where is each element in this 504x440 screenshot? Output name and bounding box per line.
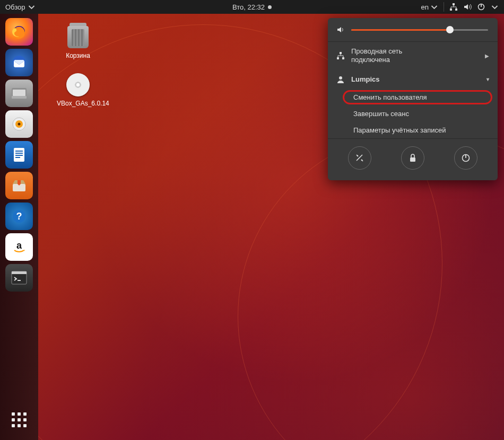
svg-rect-17	[15, 155, 23, 156]
logout-label: Завершить сеанс	[353, 110, 409, 118]
svg-rect-33	[410, 157, 415, 162]
dock-app-help[interactable]: ?	[5, 203, 33, 230]
disc-icon	[66, 73, 90, 96]
svg-rect-25	[12, 271, 27, 274]
volume-fill	[351, 29, 450, 31]
volume-icon	[463, 3, 472, 11]
chevron-right-icon: ▶	[485, 53, 489, 59]
language-indicator[interactable]: en	[421, 3, 438, 11]
chevron-down-icon: ▾	[486, 76, 489, 82]
svg-rect-27	[340, 52, 342, 54]
svg-rect-9	[13, 90, 25, 96]
menu-item-switch-user[interactable]: Сменить пользователя	[328, 89, 498, 105]
system-menu-popover: Проводная сеть подключена ▶ Lumpics ▾ См…	[328, 18, 498, 180]
desktop-icon-cd[interactable]: VBox_GAs_6.0.14	[57, 72, 99, 107]
settings-icon	[355, 153, 364, 163]
divider	[444, 2, 444, 12]
svg-point-30	[339, 76, 342, 80]
help-icon: ?	[11, 208, 27, 224]
menu-item-logout[interactable]: Завершить сеанс	[328, 105, 498, 122]
software-icon	[10, 178, 28, 193]
svg-rect-1	[450, 8, 452, 11]
user-label: Lumpics	[351, 75, 379, 83]
dock-app-files[interactable]	[5, 80, 33, 107]
svg-rect-10	[12, 96, 27, 99]
volume-icon	[336, 25, 345, 34]
menu-item-network[interactable]: Проводная сеть подключена ▶	[328, 42, 498, 70]
dropdown-icon	[430, 3, 438, 11]
svg-rect-18	[15, 157, 20, 158]
writer-icon	[11, 146, 27, 163]
system-status-area[interactable]	[449, 3, 499, 11]
clock-label: Вто, 22:32	[232, 3, 265, 11]
volume-slider[interactable]	[351, 29, 488, 31]
svg-text:?: ?	[16, 211, 22, 222]
svg-rect-16	[15, 153, 23, 154]
account-settings-label: Параметры учётных записей	[353, 126, 446, 134]
language-label: en	[421, 3, 429, 11]
settings-button[interactable]	[348, 146, 371, 170]
dock-app-amazon[interactable]: a	[5, 233, 33, 261]
user-icon	[336, 75, 345, 84]
terminal-icon	[11, 270, 28, 285]
power-icon	[477, 3, 485, 11]
desktop-icon-label: Корзина	[57, 52, 99, 59]
amazon-icon: a	[11, 239, 27, 255]
svg-rect-2	[455, 8, 457, 11]
svg-point-31	[357, 155, 359, 156]
dock-app-software[interactable]	[5, 172, 33, 199]
action-icons-row	[328, 139, 498, 180]
switch-user-label: Сменить пользователя	[353, 93, 427, 101]
network-icon	[449, 3, 458, 11]
trash-icon	[67, 26, 89, 48]
lock-button[interactable]	[401, 146, 424, 170]
rhythmbox-icon	[11, 116, 27, 132]
firefox-icon	[10, 23, 28, 41]
menu-item-account-settings[interactable]: Параметры учётных записей	[328, 122, 498, 138]
volume-row	[328, 18, 498, 41]
dock-app-writer[interactable]	[5, 141, 33, 169]
activities-button[interactable]: Обзор	[5, 3, 36, 11]
svg-rect-28	[337, 57, 339, 59]
svg-point-13	[18, 123, 21, 126]
dropdown-icon	[491, 3, 499, 11]
svg-rect-15	[15, 151, 23, 152]
network-label-1: Проводная сеть	[351, 47, 402, 56]
power-icon	[461, 153, 471, 163]
notification-dot-icon	[268, 5, 272, 9]
clock-button[interactable]: Вто, 22:32	[232, 3, 272, 11]
desktop-icon-trash[interactable]: Корзина	[57, 24, 99, 59]
dock-app-rhythmbox[interactable]	[5, 110, 33, 138]
svg-text:a: a	[16, 240, 22, 251]
dock-app-terminal[interactable]	[5, 264, 33, 292]
svg-point-32	[361, 159, 363, 161]
svg-rect-0	[453, 3, 455, 5]
lock-icon	[409, 153, 417, 163]
svg-rect-29	[342, 57, 344, 59]
activities-label: Обзор	[5, 3, 25, 11]
thunderbird-icon	[11, 54, 28, 71]
top-bar: Обзор Вто, 22:32 en	[0, 0, 504, 14]
network-label-2: подключена	[351, 56, 402, 64]
volume-thumb[interactable]	[446, 26, 454, 33]
dock-app-firefox[interactable]	[5, 18, 33, 46]
power-button[interactable]	[454, 146, 477, 170]
menu-item-user[interactable]: Lumpics ▾	[328, 70, 498, 89]
desktop-icon-label: VBox_GAs_6.0.14	[57, 100, 99, 107]
desktop-screen: Обзор Вто, 22:32 en	[0, 0, 504, 440]
dock-app-thunderbird[interactable]	[5, 49, 33, 76]
svg-rect-20	[18, 180, 21, 184]
dropdown-icon	[28, 3, 36, 11]
files-icon	[10, 85, 28, 101]
dock: ? a	[0, 14, 38, 440]
network-icon	[336, 51, 345, 60]
show-applications-button[interactable]	[5, 406, 33, 434]
